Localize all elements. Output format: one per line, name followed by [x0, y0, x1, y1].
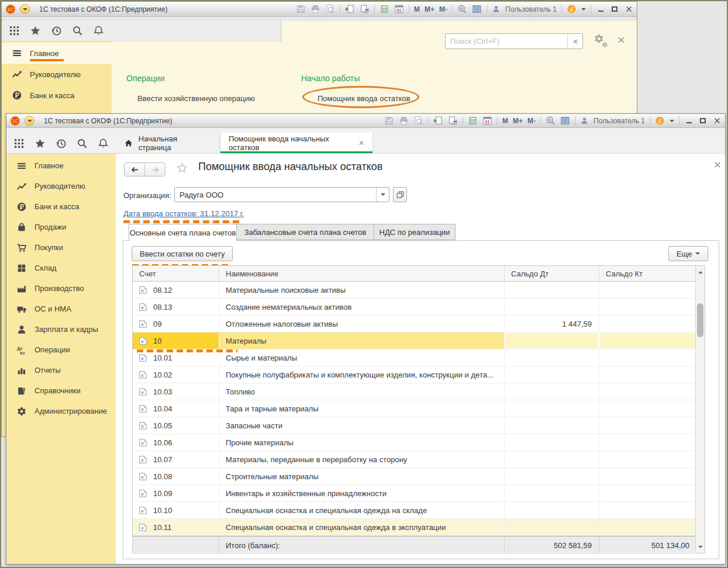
tab-main-accounts[interactable]: Основные счета плана счетов	[129, 224, 237, 241]
table-row[interactable]: 10.02 Покупные полуфабрикаты и комплекту…	[133, 366, 696, 383]
sidebar-item[interactable]: Администрирование	[6, 401, 116, 421]
current-user[interactable]: Пользователь 1	[505, 5, 557, 13]
scroll-up-arrow[interactable]	[696, 267, 705, 276]
table-row[interactable]: 10.11 Специальная оснастка и специальная…	[133, 519, 696, 536]
sidebar-item[interactable]: Отчеты	[6, 360, 116, 380]
organization-open-button[interactable]	[393, 187, 407, 202]
column-header-debit[interactable]: Сальдо Дт	[505, 266, 599, 281]
print-preview-icon[interactable]	[413, 116, 423, 126]
clear-search-button[interactable]	[567, 34, 582, 49]
column-header-name[interactable]: Наименование	[219, 266, 505, 281]
zoom-icon[interactable]	[546, 116, 556, 126]
tab-offbalance-accounts[interactable]: Забалансовые счета плана счетов	[236, 224, 374, 240]
memory-m-plus-button[interactable]: M+	[425, 5, 434, 13]
sidebar-item[interactable]: Руководителю	[6, 176, 116, 196]
history-icon[interactable]	[51, 25, 62, 36]
vertical-scrollbar[interactable]	[695, 266, 705, 553]
combo-dropdown-button[interactable]	[376, 188, 389, 202]
save-icon[interactable]	[384, 116, 394, 126]
close-button[interactable]	[624, 5, 633, 14]
balances-date-link[interactable]: Дата ввода остатков: 31.12.2017 г.	[123, 209, 244, 218]
split-columns-icon[interactable]	[472, 4, 482, 14]
notifications-bell-icon[interactable]	[93, 25, 104, 36]
settings-gears-icon[interactable]	[594, 33, 609, 49]
print-icon[interactable]	[310, 4, 320, 14]
sidebar-item[interactable]: Продажи	[6, 217, 116, 237]
table-row[interactable]: 09 Отложенные налоговые активы 1 447,59	[133, 316, 696, 333]
notifications-bell-icon[interactable]	[98, 138, 109, 149]
apps-grid-icon[interactable]	[9, 25, 20, 36]
enter-balances-button[interactable]: Ввести остатки по счету	[132, 246, 233, 261]
table-row[interactable]: 10.09 Инвентарь и хозяйственные принадле…	[133, 485, 696, 502]
close-tab-icon[interactable]	[358, 140, 364, 146]
copy-link-icon[interactable]	[448, 116, 458, 126]
current-user[interactable]: Пользователь 1	[594, 117, 645, 125]
back-button[interactable]	[125, 163, 145, 176]
more-button[interactable]: Еще	[668, 246, 708, 261]
table-row[interactable]: 10.03 Топливо	[133, 383, 696, 400]
table-row[interactable]: 10 Материалы	[133, 333, 696, 349]
tab-balances-assistant[interactable]: Помощник ввода начальных остатков	[220, 133, 373, 153]
favorites-star-icon[interactable]	[34, 138, 46, 149]
memory-m-minus-button[interactable]: M-	[439, 5, 447, 13]
system-menu-button[interactable]	[20, 4, 30, 14]
sidebar-item[interactable]: Главное	[6, 155, 116, 176]
table-row[interactable]: 10.04 Тара и тарные материалы	[133, 400, 696, 417]
sidebar-item[interactable]: Зарплата и кадры	[6, 319, 116, 340]
apps-grid-icon[interactable]	[13, 138, 25, 149]
table-row[interactable]: 08.13 Создание нематериальных активов	[133, 299, 696, 316]
table-row[interactable]: 10.07 Материалы, переданные в переработк…	[133, 451, 696, 468]
info-icon[interactable]	[655, 116, 665, 126]
sidebar-item[interactable]: Руководителю	[2, 64, 112, 85]
tab-home-page[interactable]: Начальная страница	[116, 133, 220, 153]
sidebar-item[interactable]: Главное	[2, 43, 112, 64]
system-menu-button[interactable]	[25, 116, 34, 126]
memory-m-button[interactable]: M	[414, 5, 420, 13]
sidebar-item[interactable]: Склад	[6, 258, 116, 278]
copy-link-icon[interactable]	[360, 4, 370, 14]
memory-m-plus-button[interactable]: M+	[513, 117, 523, 125]
chevron-down-icon[interactable]	[581, 8, 586, 13]
maximize-button[interactable]	[610, 5, 619, 14]
print-icon[interactable]	[399, 116, 409, 126]
favorites-star-icon[interactable]	[30, 25, 41, 36]
sidebar-item[interactable]: Справочники	[6, 380, 116, 401]
column-header-credit[interactable]: Сальдо Кт	[599, 266, 696, 281]
scrollbar-thumb[interactable]	[697, 303, 703, 337]
table-row[interactable]: 08.12 Материальные поисковые активы	[133, 282, 696, 299]
calendar-icon[interactable]	[394, 4, 404, 14]
save-icon[interactable]	[296, 4, 306, 14]
attach-link-icon[interactable]	[345, 4, 355, 14]
sidebar-item[interactable]: Производство	[6, 278, 116, 299]
table-row[interactable]: 10.08 Строительные материалы	[133, 468, 696, 485]
favorite-star-icon[interactable]	[176, 162, 188, 174]
table-row[interactable]: 10.10 Специальная оснастка и специальная…	[133, 502, 696, 519]
sidebar-item[interactable]: ОС и НМА	[6, 299, 116, 319]
memory-m-button[interactable]: M	[502, 117, 508, 125]
scroll-down-arrow[interactable]	[696, 542, 705, 552]
calculator-icon[interactable]	[379, 4, 389, 14]
sidebar-item[interactable]: Банк и касса	[6, 196, 116, 217]
close-panel-icon[interactable]	[617, 36, 626, 44]
chevron-down-icon[interactable]	[670, 120, 674, 124]
sidebar-item[interactable]: Банк и касса	[2, 85, 112, 106]
calendar-icon[interactable]	[482, 116, 492, 126]
table-row[interactable]: 10.05 Запасные части	[133, 417, 696, 434]
zoom-icon[interactable]	[457, 4, 467, 14]
split-columns-icon[interactable]	[560, 116, 570, 126]
forward-button[interactable]	[145, 163, 165, 176]
minimize-button[interactable]	[684, 116, 694, 126]
memory-m-minus-button[interactable]: M-	[527, 117, 536, 125]
search-input[interactable]	[446, 34, 567, 49]
sidebar-item[interactable]: Операции	[6, 340, 116, 360]
tab-vat-sales[interactable]: НДС по реализации	[374, 224, 456, 240]
sidebar-item[interactable]: Покупки	[6, 237, 116, 258]
column-header-account[interactable]: Счет	[133, 266, 219, 281]
maximize-button[interactable]	[698, 116, 708, 126]
organization-input[interactable]	[175, 188, 376, 202]
attach-link-icon[interactable]	[433, 116, 443, 126]
minimize-button[interactable]	[596, 5, 605, 14]
table-row[interactable]: 10.06 Прочие материалы	[133, 434, 696, 451]
print-preview-icon[interactable]	[325, 4, 335, 14]
calculator-icon[interactable]	[468, 116, 478, 126]
